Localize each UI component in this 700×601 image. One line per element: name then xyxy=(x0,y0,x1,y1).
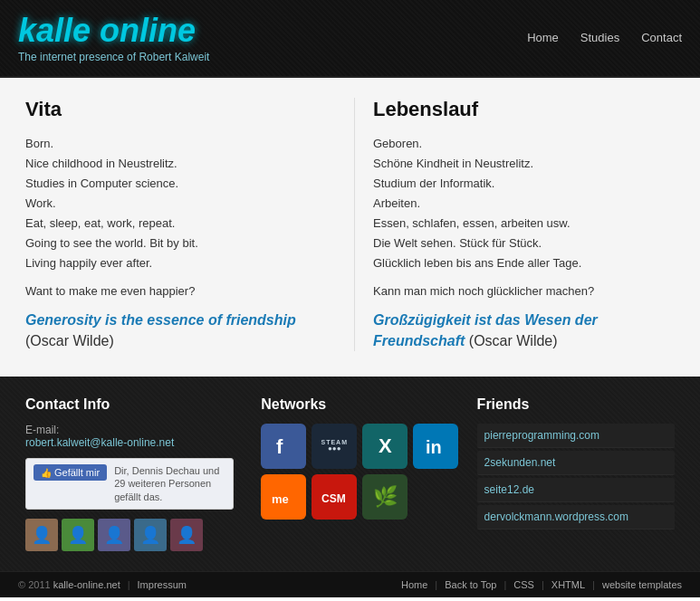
fb-like-label: Gefällt mir xyxy=(54,467,100,478)
network-icons-grid: f STEAM ●●● X in me CSM 🌿 xyxy=(261,424,458,520)
avatar-4: 👤 xyxy=(134,519,167,551)
separator-2: | xyxy=(435,579,437,590)
separator-5: | xyxy=(592,579,595,590)
contact-title: Contact Info xyxy=(25,396,243,413)
css-link[interactable]: CSS xyxy=(513,579,534,590)
nav-studies[interactable]: Studies xyxy=(580,31,619,44)
avatar-5: 👤 xyxy=(170,519,203,551)
ll-line-6: Die Welt sehen. Stück für Stück. xyxy=(373,234,675,253)
svg-text:me: me xyxy=(272,492,289,506)
vita-line-6: Going to see the world. Bit by bit. xyxy=(25,234,327,253)
svg-text:CSM: CSM xyxy=(321,492,346,505)
vita-line-7: Living happily ever after. xyxy=(25,253,327,273)
lebenslauf-lines: Geboren. Schöne Kindheit in Neustrelitz.… xyxy=(373,134,675,274)
friends-title: Friends xyxy=(477,396,675,413)
nav-contact[interactable]: Contact xyxy=(641,31,682,44)
vita-quote-italic: Generosity is the essence of friendship xyxy=(25,312,296,328)
lebenslauf-column: Lebenslauf Geboren. Schöne Kindheit in N… xyxy=(364,98,675,351)
fb-like-widget: 👍 Gefällt mir Dir, Dennis Dechau und 29 … xyxy=(25,458,234,510)
site-subtitle: The internet presence of Robert Kalweit xyxy=(18,51,209,63)
main-content: Vita Born. Nice childhood in Neustrelitz… xyxy=(0,78,700,377)
separator-1: | xyxy=(128,579,130,590)
footer-friends: Friends pierreprogramming.com 2sekunden.… xyxy=(477,396,675,551)
main-nav: Home Studies Contact xyxy=(527,31,682,44)
ll-quote: Großzügigkeit ist das Wesen der Freundsc… xyxy=(373,310,675,351)
vita-line-5: Eat, sleep, eat, work, repeat. xyxy=(25,214,327,234)
ll-line-2: Schöne Kindheit in Neustrelitz. xyxy=(373,154,675,174)
ll-line-7: Glücklich leben bis ans Ende aller Tage. xyxy=(373,253,675,273)
vita-title: Vita xyxy=(25,98,327,121)
vita-line-3: Studies in Computer science. xyxy=(25,174,327,194)
facebook-icon[interactable]: f xyxy=(261,424,306,469)
vita-line-4: Work. xyxy=(25,194,327,214)
avatar-3: 👤 xyxy=(98,519,130,551)
email-link[interactable]: robert.kalweit@kalle-online.net xyxy=(25,436,174,449)
avatar-2: 👤 xyxy=(62,519,94,551)
footer-bottom-right: Home | Back to Top | CSS | XHTML | websi… xyxy=(401,579,682,590)
ll-line-1: Geboren. xyxy=(373,134,675,154)
footer-networks: Networks f STEAM ●●● X in me xyxy=(261,396,458,551)
custom-network-icon[interactable]: 🌿 xyxy=(362,474,408,520)
avatar-1: 👤 xyxy=(25,519,58,551)
vita-quote: Generosity is the essence of friendship … xyxy=(25,310,327,351)
ll-line-3: Studium der Informatik. xyxy=(373,174,675,194)
back-to-top-link[interactable]: Back to Top xyxy=(445,579,496,590)
friend-link-1[interactable]: pierreprogramming.com xyxy=(477,424,675,448)
csm-icon[interactable]: CSM xyxy=(312,474,357,520)
copyright-link[interactable]: kalle-online.net xyxy=(53,579,120,590)
ll-line-4: Arbeiten. xyxy=(373,194,675,214)
thumbs-up-icon: 👍 xyxy=(41,468,52,478)
vita-line-2: Nice childhood in Neustrelitz. xyxy=(25,154,327,174)
site-header: kalle online The internet presence of Ro… xyxy=(0,0,700,78)
vita-want-text: Want to make me even happier? xyxy=(25,284,327,298)
footer-contact: Contact Info E-mail: robert.kalweit@kall… xyxy=(25,396,243,551)
aboutme-icon[interactable]: me xyxy=(261,474,306,520)
networks-title: Networks xyxy=(261,396,458,413)
vita-lines: Born. Nice childhood in Neustrelitz. Stu… xyxy=(25,134,327,274)
separator-3: | xyxy=(503,579,506,590)
copyright-text: © 2011 kalle-online.net xyxy=(18,579,120,590)
friend-avatars: 👤 👤 👤 👤 👤 xyxy=(25,519,243,551)
fb-like-button[interactable]: 👍 Gefällt mir xyxy=(34,464,107,481)
email-value[interactable]: robert.kalweit@kalle-online.net xyxy=(25,436,243,449)
bottom-home-link[interactable]: Home xyxy=(401,579,427,590)
footer-bottom-left: © 2011 kalle-online.net | Impressum xyxy=(18,579,187,590)
vita-column: Vita Born. Nice childhood in Neustrelitz… xyxy=(25,98,345,351)
svg-text:f: f xyxy=(276,435,283,458)
footer-bottom-bar: © 2011 kalle-online.net | Impressum Home… xyxy=(0,571,700,597)
ll-want-text: Kann man mich noch glücklicher machen? xyxy=(373,284,675,298)
linkedin-icon[interactable]: in xyxy=(413,424,458,469)
site-title: kalle online xyxy=(18,13,209,49)
nav-home[interactable]: Home xyxy=(527,31,559,44)
friend-link-4[interactable]: dervolckmann.wordpress.com xyxy=(477,505,675,529)
steam-label: STEAM ●●● xyxy=(321,439,348,453)
ll-quote-author: (Oscar Wilde) xyxy=(469,333,558,348)
xing-label: X xyxy=(379,434,392,458)
vita-quote-author: (Oscar Wilde) xyxy=(25,333,114,348)
steam-icon[interactable]: STEAM ●●● xyxy=(312,424,357,469)
ll-line-5: Essen, schlafen, essen, arbeiten usw. xyxy=(373,214,675,234)
friend-link-3[interactable]: seite12.de xyxy=(477,478,675,502)
xhtml-link[interactable]: XHTML xyxy=(551,579,585,590)
column-divider xyxy=(354,98,355,351)
vita-line-1: Born. xyxy=(25,134,327,154)
xing-icon[interactable]: X xyxy=(362,424,408,469)
separator-4: | xyxy=(542,579,544,590)
lebenslauf-title: Lebenslauf xyxy=(373,98,675,121)
impressum-link[interactable]: Impressum xyxy=(138,579,187,590)
website-templates-link[interactable]: website templates xyxy=(602,579,682,590)
email-label: E-mail: xyxy=(25,424,243,436)
footer-dark: Contact Info E-mail: robert.kalweit@kall… xyxy=(0,377,700,571)
svg-text:in: in xyxy=(426,437,442,457)
friend-link-2[interactable]: 2sekunden.net xyxy=(477,451,675,475)
header-branding: kalle online The internet presence of Ro… xyxy=(18,13,209,63)
fb-like-text: Dir, Dennis Dechau und 29 weiteren Perso… xyxy=(114,464,225,503)
